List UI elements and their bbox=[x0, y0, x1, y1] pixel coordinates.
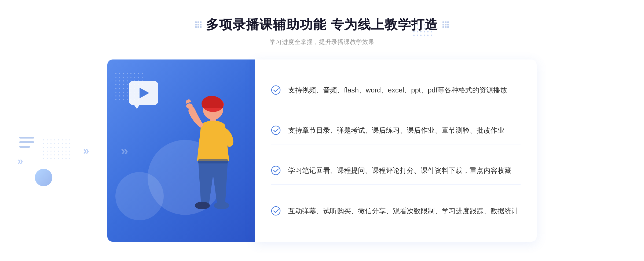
illus-chevrons: » bbox=[121, 143, 126, 158]
blue-circle-bottom-left bbox=[35, 169, 52, 186]
title-row: 多项录播课辅助功能 专为线上教学打造 bbox=[195, 16, 449, 33]
feature-item-4: 互动弹幕、试听购买、微信分享、观看次数限制、学习进度跟踪、数据统计 bbox=[271, 197, 521, 225]
chevrons-left-deco: » bbox=[83, 145, 87, 157]
svg-point-7 bbox=[272, 86, 280, 94]
svg-point-5 bbox=[214, 202, 229, 209]
feature-item-1: 支持视频、音频、flash、word、excel、ppt、pdf等各种格式的资源… bbox=[271, 77, 521, 104]
feature-item-3: 学习笔记回看、课程提问、课程评论打分、课件资料下载，重点内容收藏 bbox=[271, 157, 521, 185]
title-deco-left bbox=[195, 21, 202, 28]
check-icon-1 bbox=[271, 85, 281, 95]
title-deco-right bbox=[442, 21, 449, 28]
svg-point-4 bbox=[195, 202, 210, 209]
svg-point-8 bbox=[272, 126, 280, 135]
check-icon-2 bbox=[271, 125, 281, 135]
check-icon-3 bbox=[271, 166, 281, 175]
feature-text-3: 学习笔记回看、课程提问、课程评论打分、课件资料下载，重点内容收藏 bbox=[288, 165, 511, 176]
main-content: » » bbox=[107, 59, 537, 242]
svg-point-3 bbox=[186, 103, 193, 109]
feature-item-2: 支持章节目录、弹题考试、课后练习、课后作业、章节测验、批改作业 bbox=[271, 117, 521, 144]
play-triangle-icon bbox=[140, 88, 149, 98]
header-section: 多项录播课辅助功能 专为线上教学打造 学习进度全掌握，提升录播课教学效果 bbox=[195, 16, 449, 46]
h-lines-deco-left bbox=[19, 137, 34, 148]
illustration-area: » bbox=[107, 59, 263, 242]
page-container: 多项录播课辅助功能 专为线上教学打造 学习进度全掌握，提升录播课教学效果 bbox=[0, 0, 644, 261]
chevrons-far-left: » bbox=[17, 155, 21, 167]
deco-dots-bottom-left bbox=[43, 139, 71, 160]
subtitle: 学习进度全掌握，提升录播课教学效果 bbox=[195, 38, 449, 46]
feature-text-1: 支持视频、音频、flash、word、excel、ppt、pdf等各种格式的资源… bbox=[288, 85, 507, 96]
svg-rect-6 bbox=[198, 159, 228, 163]
features-panel: 支持视频、音频、flash、word、excel、ppt、pdf等各种格式的资源… bbox=[255, 59, 537, 242]
svg-point-10 bbox=[272, 207, 280, 215]
person-figure bbox=[159, 86, 245, 242]
feature-text-2: 支持章节目录、弹题考试、课后练习、课后作业、章节测验、批改作业 bbox=[288, 125, 504, 136]
check-icon-4 bbox=[271, 206, 281, 216]
main-title: 多项录播课辅助功能 专为线上教学打造 bbox=[206, 16, 438, 33]
play-bubble bbox=[129, 81, 158, 105]
svg-point-9 bbox=[272, 166, 280, 175]
feature-text-4: 互动弹幕、试听购买、微信分享、观看次数限制、学习进度跟踪、数据统计 bbox=[288, 206, 518, 217]
